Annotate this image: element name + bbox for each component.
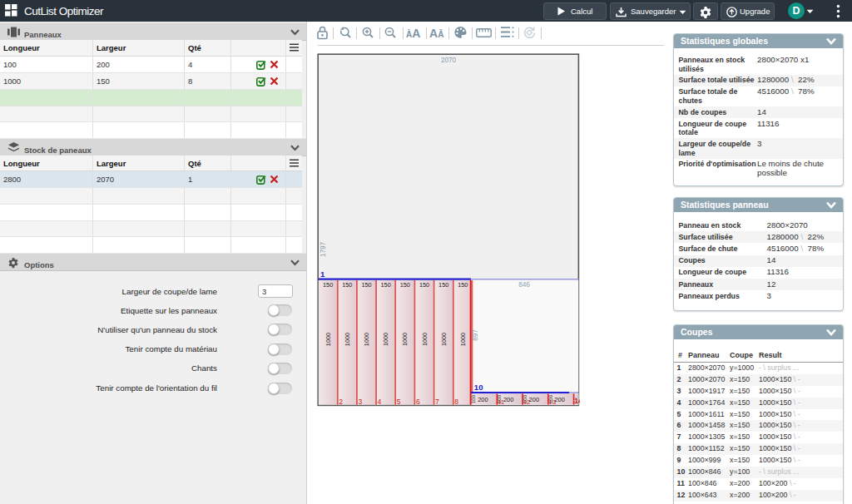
- svg-text:200: 200: [503, 396, 514, 403]
- svg-text:2070: 2070: [441, 57, 457, 64]
- svg-text:150: 150: [438, 281, 448, 289]
- svg-text:5: 5: [397, 398, 401, 406]
- svg-text:1000: 1000: [324, 333, 332, 346]
- svg-text:1000: 1000: [344, 333, 351, 346]
- svg-text:1000: 1000: [382, 333, 389, 346]
- svg-text:1000: 1000: [421, 333, 428, 346]
- svg-text:100: 100: [497, 394, 502, 403]
- svg-text:100: 100: [523, 394, 528, 403]
- svg-text:100: 100: [471, 394, 476, 403]
- svg-text:200: 200: [554, 396, 565, 403]
- svg-text:3: 3: [358, 398, 362, 406]
- svg-text:4: 4: [378, 398, 382, 406]
- svg-text:150: 150: [342, 281, 352, 289]
- svg-text:1000: 1000: [459, 333, 467, 346]
- svg-text:150: 150: [361, 281, 371, 289]
- svg-text:897: 897: [472, 329, 479, 341]
- svg-text:150: 150: [400, 281, 410, 289]
- svg-text:200: 200: [478, 396, 488, 403]
- svg-text:2: 2: [339, 398, 343, 406]
- svg-text:846: 846: [518, 281, 530, 289]
- svg-text:1000: 1000: [440, 333, 448, 346]
- svg-text:8: 8: [454, 398, 458, 406]
- svg-text:150: 150: [458, 281, 468, 289]
- svg-text:150: 150: [323, 281, 333, 289]
- svg-text:14: 14: [574, 397, 580, 405]
- svg-text:6: 6: [416, 398, 420, 406]
- svg-text:200: 200: [529, 396, 540, 403]
- svg-text:1797: 1797: [320, 241, 327, 257]
- svg-text:1000: 1000: [363, 333, 370, 346]
- svg-text:100: 100: [548, 394, 553, 403]
- svg-text:1: 1: [320, 269, 325, 279]
- svg-text:1000: 1000: [401, 333, 409, 346]
- svg-text:150: 150: [419, 281, 429, 289]
- svg-text:7: 7: [435, 398, 439, 406]
- svg-text:10: 10: [474, 383, 483, 392]
- svg-text:150: 150: [381, 281, 391, 289]
